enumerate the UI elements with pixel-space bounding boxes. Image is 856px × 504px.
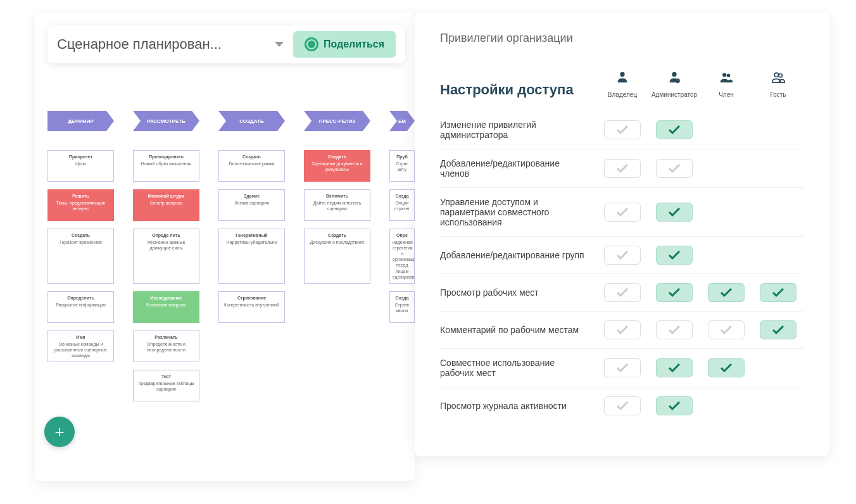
permission-label: Просмотр журнала активности <box>440 401 596 411</box>
board-card[interactable]: ПрубСтрат акту <box>389 150 415 182</box>
card-desc: Основные команды и расширенные сценарные… <box>51 341 111 358</box>
permission-toggle[interactable] <box>656 283 693 302</box>
permission-toggle[interactable] <box>604 203 641 222</box>
card-title: Имя <box>51 334 111 340</box>
permission-label: Просмотр рабочих мест <box>440 287 596 298</box>
share-button[interactable]: Поделиться <box>293 31 396 58</box>
card-title: Приоритет <box>51 154 111 160</box>
board-card[interactable]: СоздатьДискуссия о последствиях <box>304 229 370 284</box>
card-desc: Нарративы убедительно <box>222 239 282 245</box>
column-header[interactable]: РАССМОТРЕТЬ <box>133 111 199 131</box>
role-label: Гость <box>752 91 804 98</box>
board-card[interactable]: Мозговой штурмСпектр вопроса <box>133 189 199 221</box>
card-desc: Жизненно важные движущие силы <box>136 239 196 251</box>
board-card[interactable]: ИсследованиеКлючевые вопросы <box>133 291 199 323</box>
card-desc: Новый образ мышления <box>136 161 196 167</box>
card-desc: Дискуссия о последствиях <box>307 239 367 245</box>
board-card[interactable]: СоздатьСценарные документы и результаты <box>304 150 370 182</box>
board-card[interactable]: Опренадежная стратегия и организация пер… <box>389 229 415 284</box>
permission-toggle[interactable] <box>656 203 693 222</box>
permission-toggle[interactable] <box>760 283 796 302</box>
card-title: Создать <box>51 232 111 238</box>
card-desc: Логика сценария <box>222 200 282 206</box>
card-desc: Гипотетические рамки <box>222 161 282 167</box>
permission-toggle[interactable] <box>604 246 641 265</box>
board-card[interactable]: СоздаСтрате квоты <box>389 291 415 323</box>
card-desc: Определенности и неопределенности <box>136 341 196 353</box>
role-label: Владелец <box>596 91 648 98</box>
board-card[interactable]: СтрахованиеКогерентность внутренний <box>218 291 285 323</box>
board-card[interactable]: Тестпредварительные таблицы сценария <box>133 370 199 401</box>
board-card[interactable]: ВключитьДайте людям испытать сценарии <box>304 189 370 221</box>
board-card[interactable]: ПровоцироватьНовый образ мышления <box>133 150 199 182</box>
permission-toggle[interactable] <box>604 159 641 178</box>
permission-label: Добавление/редактирование групп <box>440 250 596 260</box>
globe-icon <box>305 37 318 51</box>
permission-toggle[interactable] <box>656 320 693 339</box>
permission-toggle[interactable] <box>604 283 641 302</box>
card-title: Различать <box>136 334 196 340</box>
permission-toggle[interactable] <box>656 120 693 139</box>
card-title: Созда <box>393 193 412 199</box>
permission-toggle[interactable] <box>708 283 745 302</box>
board-card[interactable]: ПриоритетЦели <box>47 150 114 182</box>
document-title[interactable]: Сценарное планирован... <box>57 36 265 53</box>
card-title: Опреде лить <box>136 232 196 238</box>
privileges-panel: Привилегии организации Настройки доступа… <box>415 13 829 456</box>
svg-point-6 <box>779 74 783 78</box>
permission-toggle[interactable] <box>656 396 693 415</box>
card-title: Тест <box>136 374 196 379</box>
svg-point-4 <box>727 74 731 78</box>
board-card[interactable]: РазличатьОпределенности и неопределеннос… <box>133 331 199 362</box>
page-title: Привилегии организации <box>440 32 804 45</box>
owner-icon <box>596 70 648 87</box>
card-title: Здание <box>222 193 282 199</box>
card-desc: Страте квоты <box>393 302 412 313</box>
card-title: Созда <box>393 295 412 301</box>
board-card[interactable]: СоздатьГипотетические рамки <box>218 150 285 182</box>
column-header[interactable]: СОЗДАТЬ <box>218 111 285 131</box>
permission-row: Просмотр рабочих мест <box>440 274 804 312</box>
column-header[interactable]: ДЕФИНИР <box>47 111 114 131</box>
board-card[interactable]: Опреде литьЖизненно важные движущие силы <box>133 229 199 284</box>
card-title: Пруб <box>393 154 412 160</box>
card-desc: Страт акту <box>393 161 412 172</box>
permission-toggle[interactable] <box>604 320 641 339</box>
permission-toggle[interactable] <box>708 320 745 339</box>
role-header: Член <box>700 70 752 98</box>
permission-toggle[interactable] <box>656 159 693 178</box>
card-title: Опре <box>393 232 412 238</box>
board-card[interactable]: СоздаОпции стратег <box>389 189 415 221</box>
board-card[interactable]: ИмяОсновные команды и расширенные сценар… <box>47 331 114 362</box>
add-button[interactable]: + <box>44 417 75 447</box>
board-card[interactable]: ОпределитьРаскрытие информации <box>47 291 114 323</box>
header-bar: Сценарное планирован... Поделиться <box>47 25 405 63</box>
dropdown-icon[interactable] <box>275 42 284 47</box>
permission-row: Добавление/редактирование членов <box>440 149 804 188</box>
column-header[interactable]: ЕМ <box>389 111 415 131</box>
board-card[interactable]: ГенеративныйНарративы убедительно <box>218 229 285 284</box>
column-headers: ДЕФИНИРРАССМОТРЕТЬСОЗДАТЬПРЕСС-РЕЛИЗЕМ <box>47 111 412 131</box>
column-header[interactable]: ПРЕСС-РЕЛИЗ <box>304 111 370 131</box>
card-desc: Ключевые вопросы <box>136 302 196 308</box>
svg-point-0 <box>620 72 624 77</box>
settings-header: Настройки доступа ВладелецАдминистраторЧ… <box>440 70 804 98</box>
permission-row: Совместное использование рабочих мест <box>440 349 804 387</box>
permission-label: Добавление/редактирование членов <box>440 158 596 179</box>
permission-toggle[interactable] <box>604 120 641 139</box>
board-card[interactable]: ЗданиеЛогика сценария <box>218 189 285 221</box>
permission-toggle[interactable] <box>708 358 745 377</box>
member-icon <box>700 70 752 87</box>
permission-toggle[interactable] <box>656 246 693 265</box>
svg-point-3 <box>722 73 726 77</box>
permission-toggle[interactable] <box>760 320 796 339</box>
board-card[interactable]: СоздатьГоризонт временная <box>47 229 114 284</box>
guest-icon <box>752 70 804 87</box>
board-card[interactable]: РешитьТемы, представляющие интерес <box>47 189 114 221</box>
permission-toggle[interactable] <box>604 396 641 415</box>
permission-toggle[interactable] <box>604 358 641 377</box>
permission-label: Управление доступом и параметрами совмес… <box>440 197 596 227</box>
card-desc: Горизонт временная <box>51 239 111 245</box>
permission-row: Добавление/редактирование групп <box>440 237 804 274</box>
permission-toggle[interactable] <box>656 358 693 377</box>
